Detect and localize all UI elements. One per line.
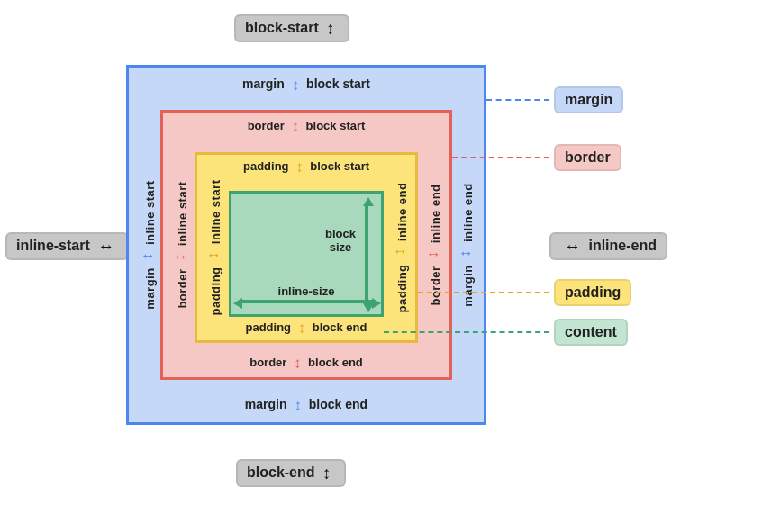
legend-padding-label: padding bbox=[565, 284, 621, 300]
margin-bottom-label: margin ↕ block end bbox=[245, 397, 367, 413]
block-end-text: block end bbox=[309, 397, 367, 411]
block-size-arrow-line bbox=[365, 204, 368, 305]
legend-border-label: border bbox=[565, 149, 611, 165]
leftright-arrow-icon: ↔ bbox=[392, 245, 408, 260]
legend-margin: margin bbox=[554, 86, 623, 113]
margin-text: margin bbox=[461, 265, 475, 306]
block-end-text: block end bbox=[313, 320, 367, 334]
legend-content: content bbox=[554, 319, 628, 346]
chip-inline-start: inline-start ↔ bbox=[5, 232, 129, 260]
margin-text: margin bbox=[242, 77, 285, 91]
padding-text: padding bbox=[209, 266, 222, 315]
inline-start-text: inline start bbox=[143, 180, 157, 245]
margin-left-label: margin ↔ inline start bbox=[136, 180, 159, 309]
leftright-arrow-icon: ↔ bbox=[564, 238, 581, 255]
legend-margin-label: margin bbox=[565, 92, 612, 107]
updown-arrow-icon: ↕ bbox=[291, 119, 299, 134]
leftright-arrow-icon: ↔ bbox=[205, 248, 222, 263]
diagram-stage: block-start ↕ block-end ↕ inline-start ↔… bbox=[0, 0, 762, 532]
padding-bottom-label: padding ↕ block end bbox=[246, 320, 367, 336]
border-text: border bbox=[248, 119, 285, 132]
updown-arrow-icon: ↕ bbox=[326, 20, 335, 37]
block-start-text: block start bbox=[306, 77, 370, 91]
legend-padding: padding bbox=[554, 279, 631, 306]
leftright-arrow-icon: ↔ bbox=[140, 248, 156, 264]
arrow-up-icon bbox=[363, 197, 374, 206]
arrow-left-icon bbox=[233, 298, 242, 309]
inline-end-text: inline end bbox=[395, 183, 409, 242]
inline-end-text: inline end bbox=[461, 183, 475, 242]
updown-arrow-icon: ↕ bbox=[298, 320, 306, 336]
chip-inline-start-label: inline-start bbox=[16, 238, 90, 253]
block-size-label: block size bbox=[325, 228, 356, 255]
inline-size-label: inline-size bbox=[278, 284, 335, 298]
padding-text: padding bbox=[246, 320, 292, 334]
block-start-text: block start bbox=[310, 159, 369, 173]
updown-arrow-icon: ↕ bbox=[294, 398, 302, 413]
margin-top-label: margin ↕ block start bbox=[242, 77, 370, 93]
chip-inline-end: ↔ inline-end bbox=[549, 232, 667, 260]
block-end-text: block end bbox=[308, 356, 363, 369]
padding-right-label: padding ↔ inline end bbox=[388, 183, 412, 313]
inline-end-text: inline end bbox=[429, 184, 442, 243]
margin-text: margin bbox=[143, 267, 157, 309]
updown-arrow-icon: ↕ bbox=[294, 356, 302, 371]
border-text: border bbox=[176, 268, 189, 308]
leader-margin bbox=[486, 99, 549, 101]
leftright-arrow-icon: ↔ bbox=[172, 249, 188, 265]
padding-top-label: padding ↕ block start bbox=[243, 159, 369, 175]
border-right-label: border ↔ inline end bbox=[422, 184, 445, 305]
legend-content-label: content bbox=[565, 324, 617, 339]
leader-border bbox=[452, 157, 549, 158]
padding-text: padding bbox=[243, 159, 289, 173]
inline-start-text: inline start bbox=[176, 181, 189, 246]
leftright-arrow-icon: ↔ bbox=[458, 246, 474, 261]
leader-padding bbox=[418, 292, 549, 293]
border-left-label: border ↔ inline start bbox=[168, 181, 192, 308]
margin-right-label: margin ↔ inline end bbox=[454, 183, 477, 306]
border-text: border bbox=[429, 266, 442, 305]
legend-border: border bbox=[554, 144, 621, 171]
border-top-label: border ↕ block start bbox=[248, 119, 366, 134]
chip-block-start-label: block-start bbox=[245, 20, 319, 35]
padding-left-label: padding ↔ inline start bbox=[202, 179, 225, 315]
chip-block-start: block-start ↕ bbox=[234, 14, 349, 42]
updown-arrow-icon: ↕ bbox=[322, 464, 331, 482]
block-start-text: block start bbox=[306, 119, 366, 132]
leftright-arrow-icon: ↔ bbox=[97, 238, 114, 255]
updown-arrow-icon: ↕ bbox=[292, 77, 300, 93]
leftright-arrow-icon: ↔ bbox=[425, 247, 441, 262]
updown-arrow-icon: ↕ bbox=[295, 159, 304, 175]
border-bottom-label: border ↕ block end bbox=[249, 356, 363, 371]
chip-block-end: block-end ↕ bbox=[236, 459, 346, 487]
chip-inline-end-label: inline-end bbox=[588, 238, 657, 253]
inline-start-text: inline start bbox=[209, 179, 222, 244]
border-text: border bbox=[249, 356, 286, 369]
margin-text: margin bbox=[245, 397, 287, 411]
leader-content bbox=[384, 331, 549, 333]
chip-block-end-label: block-end bbox=[247, 464, 315, 480]
padding-text: padding bbox=[395, 264, 409, 312]
arrow-right-icon bbox=[372, 298, 381, 309]
inline-size-arrow-line bbox=[240, 300, 374, 303]
content-box: block size inline-size bbox=[229, 191, 384, 317]
